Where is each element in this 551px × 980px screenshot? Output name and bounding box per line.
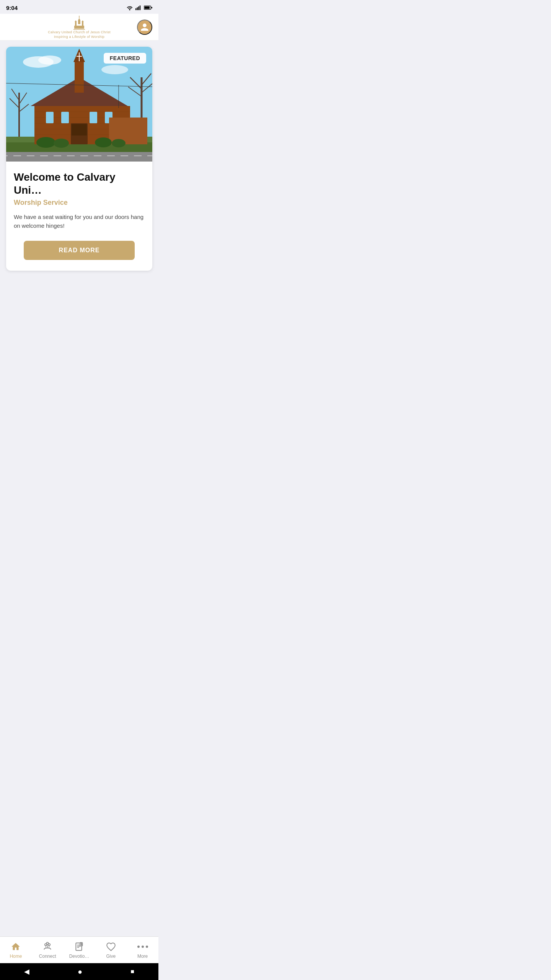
signal-icon [135, 5, 142, 10]
svg-rect-48 [72, 124, 87, 136]
wifi-icon [126, 5, 133, 10]
featured-card: FEATURED Welcome to Calvary Uni… Worship… [6, 47, 152, 271]
card-subtitle: Worship Service [14, 199, 145, 207]
svg-rect-12 [82, 22, 83, 26]
status-bar: 9:04 [0, 0, 158, 14]
card-title: Welcome to Calvary Uni… [14, 171, 145, 196]
status-icons [126, 5, 152, 10]
church-name: Calvary United Church of Jesus Christ In… [48, 30, 111, 39]
svg-rect-0 [135, 8, 136, 10]
svg-rect-9 [78, 20, 80, 24]
svg-rect-43 [46, 112, 54, 123]
main-content: FEATURED Welcome to Calvary Uni… Worship… [0, 41, 158, 320]
svg-point-52 [95, 137, 112, 147]
svg-point-18 [38, 56, 61, 65]
status-time: 9:04 [6, 5, 18, 11]
svg-rect-1 [137, 7, 138, 10]
svg-marker-13 [82, 20, 84, 22]
svg-rect-2 [138, 7, 139, 10]
card-image-wrapper: FEATURED [6, 47, 152, 162]
svg-point-19 [101, 65, 128, 74]
svg-marker-8 [78, 18, 80, 20]
profile-icon [140, 23, 149, 32]
svg-rect-54 [6, 152, 152, 162]
svg-rect-14 [74, 26, 84, 29]
app-header: Calvary United Church of Jesus Christ In… [0, 14, 158, 41]
card-body: Welcome to Calvary Uni… Worship Service … [6, 162, 152, 271]
church-logo: Calvary United Church of Jesus Christ In… [48, 15, 111, 39]
svg-rect-39 [75, 62, 84, 93]
svg-rect-6 [144, 7, 150, 9]
profile-button[interactable] [137, 20, 152, 35]
svg-rect-10 [75, 22, 77, 26]
svg-point-51 [54, 139, 69, 148]
card-description: We have a seat waiting for you and our d… [14, 213, 145, 230]
svg-point-53 [112, 139, 126, 147]
svg-rect-3 [140, 5, 140, 10]
svg-rect-5 [151, 7, 152, 8]
read-more-button[interactable]: READ MORE [24, 241, 135, 260]
svg-rect-45 [90, 112, 97, 123]
svg-rect-44 [61, 112, 69, 123]
featured-badge: FEATURED [104, 53, 146, 64]
church-tower-icon [70, 15, 89, 30]
church-photo [6, 47, 152, 162]
svg-marker-11 [75, 20, 77, 22]
battery-icon [144, 5, 152, 10]
svg-point-50 [36, 137, 55, 148]
